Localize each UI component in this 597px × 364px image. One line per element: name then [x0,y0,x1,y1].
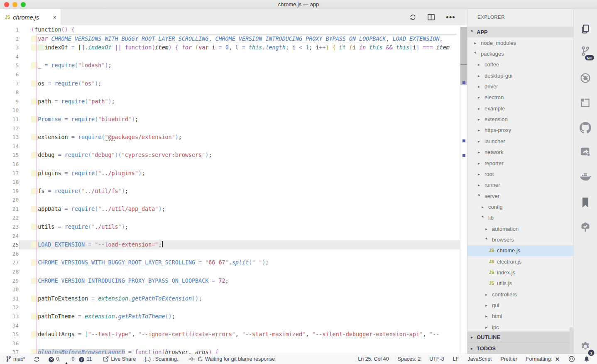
code-line-19[interactable]: 19 fs = require("../util/fs"); [0,187,460,196]
status-language-mode[interactable]: JavaScript [467,356,492,362]
zoom-window-button[interactable] [21,2,26,7]
tree-folder-controllers[interactable]: ▸controllers [467,289,573,300]
tree-file-electron-js[interactable]: JSelectron.js [467,256,573,267]
code-line-18[interactable]: 18 [0,178,460,187]
tree-folder-server[interactable]: ▸server [467,191,573,201]
activity-test-explorer-icon[interactable] [580,222,591,235]
code-line-23[interactable]: 23 utils = require("./utils"); [0,222,460,232]
code-line-15[interactable]: 15 debug = require("debug")("cypress:ser… [0,151,460,160]
tree-folder-launcher[interactable]: ▸launcher [467,136,573,147]
activity-bookmarks-icon[interactable] [581,197,590,210]
close-window-button[interactable] [4,2,9,7]
editor-scrollbar[interactable] [460,25,467,354]
code-line-9[interactable]: 9 path = require("path"); [0,97,460,106]
tree-file-chrome-js[interactable]: JSchrome.js [467,245,573,256]
more-actions-button[interactable]: ••• [446,15,455,20]
code-line-32[interactable]: 32 [0,303,460,312]
code-line-8[interactable]: 8 [0,88,460,97]
code-line-25[interactable]: 25 LOAD_EXTENSION = "--load-extension="; [0,240,460,249]
code-line-30[interactable]: 30 [0,285,460,294]
section-header-app[interactable]: ▸ APP [467,27,573,37]
code-line-34[interactable]: 34 [0,321,460,330]
tree-folder-network[interactable]: ▸network [467,147,573,158]
tree-folder-reporter[interactable]: ▸reporter [467,158,573,169]
tree-folder-driver[interactable]: ▸driver [467,81,573,92]
status-formatter[interactable]: Prettier [501,356,517,362]
code-line-5[interactable]: 5 _ = require("lodash"); [0,61,460,70]
split-editor-button[interactable] [428,14,435,20]
status-notifications[interactable] [584,356,590,362]
code-line-24[interactable]: 24 [0,232,460,241]
tree-folder-example[interactable]: ▸example [467,103,573,114]
open-changes-button[interactable] [409,14,416,21]
status-cursor-position[interactable]: Ln 25, Col 40 [358,356,389,362]
tree-file-utils-js[interactable]: JSutils.js [467,278,573,289]
code-line-11[interactable]: 11 Promise = require("bluebird"); [0,115,460,124]
status-git-branch[interactable]: mac* [6,356,25,362]
status-problems[interactable]: ✕0!0i11 [49,356,94,362]
status-encoding[interactable]: UTF-8 [429,356,444,362]
status-scanning[interactable]: {..} : Scanning.. [144,356,180,362]
code-line-16[interactable]: 16 [0,160,460,169]
code-line-2[interactable]: 2 var CHROME_VERSIONS_WITH_BUGGY_ROOT_LA… [0,34,460,44]
code-line-17[interactable]: 17 plugins = require("../plugins"); [0,169,460,178]
activity-extensions-icon[interactable] [580,98,591,110]
minimize-window-button[interactable] [12,2,17,7]
code-line-29[interactable]: 29 CHROME_VERSION_INTRODUCING_PROXY_BYPA… [0,276,460,286]
activity-live-share-icon[interactable] [580,146,591,159]
tree-folder-automation[interactable]: ▸automation [467,223,573,234]
tree-folder-extension[interactable]: ▸extension [467,114,573,125]
status-formatting[interactable]: Formatting:✕ [526,356,560,362]
activity-settings-icon[interactable]: 1 [580,341,591,354]
code-line-21[interactable]: 21 appData = require("../util/app_data")… [0,205,460,214]
code-line-36[interactable]: 36 [0,339,460,348]
activity-explorer-icon[interactable] [580,24,591,37]
tree-folder-runner[interactable]: ▸runner [467,180,573,191]
code-line-4[interactable]: 4 [0,52,460,61]
activity-debug-disabled-icon[interactable] [580,72,591,86]
status-eol[interactable]: LF [453,356,459,362]
tree-folder-html[interactable]: ▸html [467,311,573,322]
tree-folder-browsers[interactable]: ▸browsers [467,234,573,245]
tree-folder-electron[interactable]: ▸electron [467,92,573,103]
code-line-35[interactable]: 35 defaultArgs = ["--test-type", "--igno… [0,330,460,339]
section-header-todos[interactable]: ▸ TODOS [467,342,573,354]
tree-file-index-js[interactable]: JSindex.js [467,267,573,278]
activity-docker-icon[interactable] [579,172,592,183]
tab-chrome-js[interactable]: JS chrome.js × [0,9,61,25]
status-indentation[interactable]: Spaces: 2 [398,356,421,362]
status-live-share[interactable]: Live Share [103,356,136,362]
tree-folder-packages[interactable]: ▸packages [467,48,573,59]
status-git-blame[interactable]: Waiting for git blame response [188,356,275,362]
tree-folder-desktop-gui[interactable]: ▸desktop-gui [467,70,573,81]
code-line-3[interactable]: 3 indexOf = [].indexOf || function(item)… [0,43,460,52]
code-line-26[interactable]: 26 [0,249,460,259]
tree-folder-gui[interactable]: ▸gui [467,300,573,310]
tree-folder-lib[interactable]: ▸lib [467,213,573,223]
tree-folder-root[interactable]: ▸root [467,169,573,179]
code-line-13[interactable]: 13 extension = require("@packages/extens… [0,133,460,142]
status-feedback[interactable] [568,356,575,362]
code-line-33[interactable]: 33 pathToTheme = extension.getPathToThem… [0,312,460,321]
code-line-10[interactable]: 10 [0,106,460,115]
code-line-31[interactable]: 31 pathToExtension = extension.getPathTo… [0,294,460,303]
code-line-7[interactable]: 7 os = require("os"); [0,79,460,88]
code-line-1[interactable]: 1(function() { [0,25,460,34]
section-header-outline[interactable]: ▸ OUTLINE [467,332,573,342]
close-tab-icon[interactable]: × [53,14,56,21]
code-line-28[interactable]: 28 [0,267,460,276]
code-line-14[interactable]: 14 [0,142,460,151]
tree-folder-coffee[interactable]: ▸coffee [467,59,573,70]
scrollbar-thumb[interactable] [460,27,467,85]
code-line-12[interactable]: 12 [0,124,460,133]
tree-folder-config[interactable]: ▸config [467,201,573,212]
tree-folder-node-modules[interactable]: ▸node_modules [467,37,573,48]
code-line-22[interactable]: 22 [0,213,460,222]
tree-folder-https-proxy[interactable]: ▸https-proxy [467,125,573,136]
code-line-37[interactable]: 37 pluginsBeforeBrowserLaunch = function… [0,348,460,354]
code-line-27[interactable]: 27 CHROME_VERSIONS_WITH_BUGGY_ROOT_LAYER… [0,258,460,267]
activity-github-icon[interactable] [580,122,591,135]
sidebar-scrollbar[interactable] [570,327,573,354]
code-line-20[interactable]: 20 [0,195,460,205]
status-sync-status[interactable] [34,356,40,362]
